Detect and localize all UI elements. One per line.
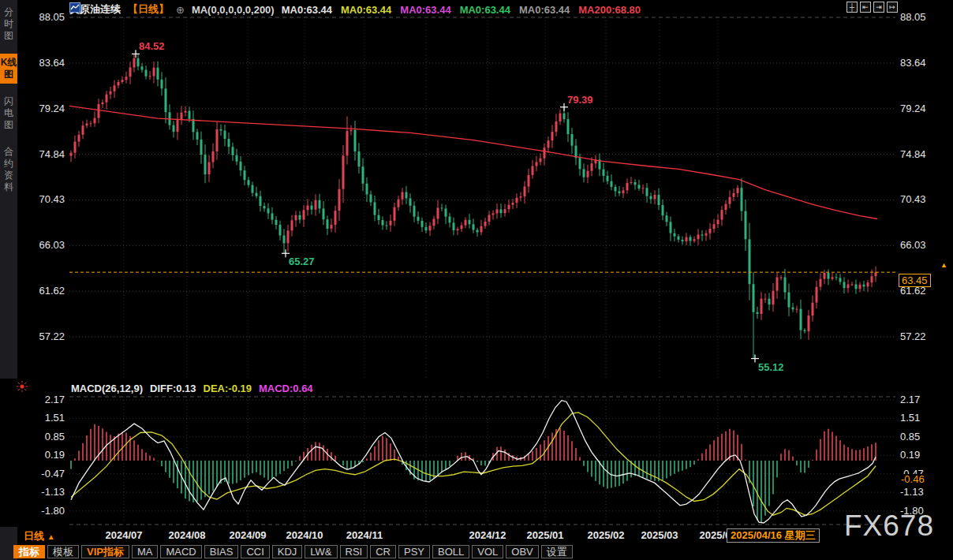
indicator-toolbar: 指标模板VIP指标MAMACDBIASCCIKDJLW&RSICRPSYBOLL… xyxy=(13,545,573,558)
macd-value: MACD:0.64 xyxy=(259,383,313,394)
macd-formula-label[interactable]: MACD(26,12,9) xyxy=(71,383,143,394)
price-axis-label-left: 88.05 xyxy=(22,11,65,23)
price-axis-label-left: 66.03 xyxy=(22,239,65,251)
toolbar-button-RSI[interactable]: RSI xyxy=(340,545,368,558)
ma-values: MA0:63.44MA0:63.44MA0:63.44MA0:63.44MA0:… xyxy=(282,4,641,16)
toolbar-button-MACD[interactable]: MACD xyxy=(160,545,201,558)
macd-header: MACD(26,12,9) DIFF:0.13 DEA:-0.19 MACD:0… xyxy=(71,383,313,394)
price-axis-label-right: 57.22 xyxy=(900,330,926,342)
macd-axis-label-right: 0.19 xyxy=(900,449,920,461)
toolbar-button-BOLL[interactable]: BOLL xyxy=(432,545,469,558)
period-up-arrow: ▲ xyxy=(47,532,55,541)
extreme-price-annotation: 65.27 xyxy=(289,256,315,267)
period-tag: 【日线】 xyxy=(128,2,169,17)
macd-axis-label-right: 0.85 xyxy=(900,431,920,442)
macd-axis-label-left: 0.85 xyxy=(22,431,65,442)
ma-value-label: MA0:63.44 xyxy=(400,4,450,16)
price-axis-label-left: 70.43 xyxy=(22,193,65,205)
ma-value-label: MA0:63.44 xyxy=(519,4,570,16)
macd-axis-label-left: 1.51 xyxy=(22,412,65,424)
sidebar-item-tab[interactable]: 闪电图 xyxy=(0,92,17,134)
x-axis-date-label: 2024/08 xyxy=(169,529,206,541)
toolbar-button-LW&[interactable]: LW& xyxy=(305,545,337,558)
macd-diff-value: DIFF:0.13 xyxy=(150,383,196,394)
shift-right-icon[interactable]: ↦ xyxy=(887,2,898,13)
x-axis-date-label: 2025/01 xyxy=(527,529,564,541)
toolbar-button-VIP指标[interactable]: VIP指标 xyxy=(81,545,129,558)
price-axis-label-right: 66.03 xyxy=(900,239,926,251)
x-axis-date-label: 2024/12 xyxy=(469,529,506,541)
extreme-price-annotation: 55.12 xyxy=(758,361,784,373)
ma-settings-label[interactable]: MA(0,0,0,0,0,200) xyxy=(192,4,275,16)
price-axis-label-left: 83.64 xyxy=(22,57,65,69)
macd-axis-label-left: -1.13 xyxy=(22,486,65,498)
macd-axis-label-left: -0.47 xyxy=(22,468,65,480)
macd-axis-label-right: 1.51 xyxy=(900,412,920,424)
toolbar-button-OBV[interactable]: OBV xyxy=(506,545,538,558)
macd-axis-label-right: 2.17 xyxy=(900,394,920,405)
kline-app: 分时图K线图闪电图合约资料 美原油连续 【日线】 ⊕ MA(0,0,0,0,0,… xyxy=(0,0,953,560)
extreme-price-annotation: 84.52 xyxy=(139,40,165,52)
x-axis-date-label: 2024/11 xyxy=(346,529,383,541)
price-axis-label-right: 74.84 xyxy=(900,148,926,160)
ma-value-label: MA0:63.44 xyxy=(282,4,332,16)
chart-tool-icons: ┼⇤⇥↦ xyxy=(846,2,898,13)
scale-left-icon[interactable]: ⇤ xyxy=(860,2,871,13)
macd-axis-label-right: -1.13 xyxy=(900,486,924,498)
x-axis-date-label: 2024/10 xyxy=(286,529,323,541)
extreme-price-annotation: 79.39 xyxy=(567,94,593,106)
highlighted-date: 2025/04/16 星期三 xyxy=(727,528,820,543)
toolbar-button-CR[interactable]: CR xyxy=(370,545,396,558)
toolbar-button-PSY[interactable]: PSY xyxy=(398,545,430,558)
macd-axis-label-left: -1.80 xyxy=(22,505,65,517)
chart-header: 美原油连续 【日线】 ⊕ MA(0,0,0,0,0,200) MA0:63.44… xyxy=(69,2,641,17)
toolbar-button-模板[interactable]: 模板 xyxy=(47,545,79,558)
chart-type-icon[interactable] xyxy=(69,2,80,13)
toolbar-button-MA[interactable]: MA xyxy=(132,545,159,558)
toolbar-button-KDJ[interactable]: KDJ xyxy=(272,545,303,558)
price-axis-label-right: 88.05 xyxy=(900,11,926,23)
sidebar-item-tab[interactable]: 合约资料 xyxy=(0,143,17,196)
macd-axis-label-left: 2.17 xyxy=(22,394,65,405)
toolbar-button-指标[interactable]: 指标 xyxy=(13,545,45,558)
fx678-watermark: FX678 xyxy=(844,510,934,543)
ma-value-label: MA0:63.44 xyxy=(460,4,510,16)
period-label[interactable]: 日线 ▲ xyxy=(24,529,55,543)
ma-value-label: MA200:68.80 xyxy=(578,4,641,16)
price-axis-label-right: 79.24 xyxy=(900,103,926,114)
x-axis-date-label: 2025/03 xyxy=(641,529,678,541)
crosshair-icon[interactable]: ┼ xyxy=(846,2,858,13)
sidebar-item-selected[interactable]: K线图 xyxy=(0,54,17,84)
price-axis-label-right: 83.64 xyxy=(900,57,926,69)
alert-blinker-icon[interactable] xyxy=(16,380,28,393)
sidebar-item-tab[interactable]: 分时图 xyxy=(0,3,17,45)
x-axis-date-label: 2024/09 xyxy=(230,529,267,541)
price-up-arrow-icon: ▲ xyxy=(940,261,947,269)
current-price-tag: 63.45 xyxy=(899,274,931,287)
macd-cursor-value-tag: -0.46 xyxy=(899,474,926,485)
toolbar-button-CCI[interactable]: CCI xyxy=(241,545,269,558)
price-axis-label-left: 57.22 xyxy=(22,330,65,342)
sidebar: 分时图K线图闪电图合约资料 xyxy=(0,0,17,379)
price-axis-label-left: 61.62 xyxy=(22,285,65,297)
toolbar-button-BIAS[interactable]: BIAS xyxy=(204,545,239,558)
x-axis-date-label: 2024/07 xyxy=(106,529,143,541)
price-axis-label-left: 79.24 xyxy=(22,103,65,114)
add-indicator-icon[interactable]: ⊕ xyxy=(176,4,185,16)
ma-value-label: MA0:63.44 xyxy=(341,4,391,16)
price-axis-label-left: 74.84 xyxy=(22,148,65,160)
toolbar-button-设置[interactable]: 设置 xyxy=(541,545,573,558)
x-axis-date-label: 2025/02 xyxy=(588,529,625,541)
chart-canvas[interactable] xyxy=(0,0,953,560)
macd-axis-label-left: 0.19 xyxy=(22,449,65,461)
scale-right-icon[interactable]: ⇥ xyxy=(873,2,884,13)
toolbar-button-VOL[interactable]: VOL xyxy=(472,545,503,558)
price-axis-label-right: 70.43 xyxy=(900,193,926,205)
macd-dea-value: DEA:-0.19 xyxy=(204,383,252,394)
